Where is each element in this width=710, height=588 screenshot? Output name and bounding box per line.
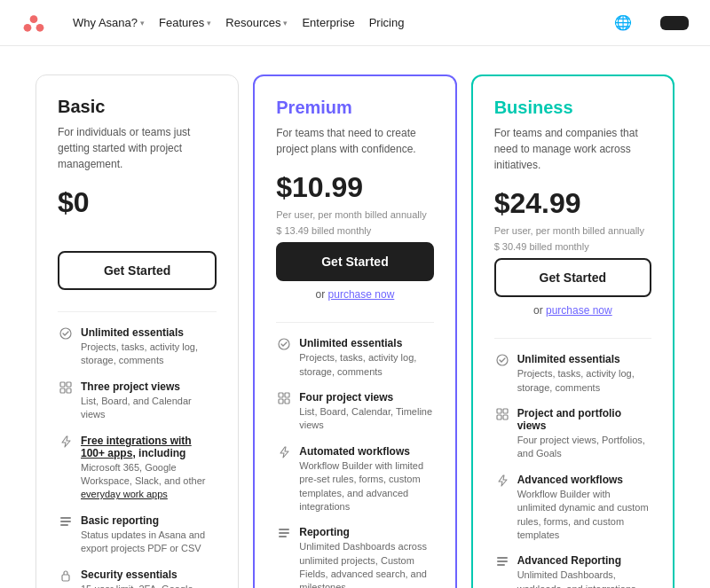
premium-feature-icon-3 [276, 527, 292, 542]
basic-feature-2: Free integrations with 100+ apps, includ… [58, 435, 217, 502]
premium-feature-icon-0 [276, 338, 292, 353]
svg-rect-17 [279, 399, 283, 404]
svg-rect-32 [497, 564, 505, 566]
basic-get-started-button[interactable]: Get Started [58, 251, 217, 290]
business-feature-desc-1: Four project views, Portfolios, and Goal… [517, 434, 651, 461]
svg-rect-19 [279, 529, 289, 530]
business-plan-name: Business [494, 98, 651, 118]
basic-feature-content-2: Free integrations with 100+ apps, includ… [81, 435, 217, 502]
svg-point-0 [30, 15, 38, 23]
svg-rect-29 [503, 415, 508, 419]
premium-feature-desc-0: Projects, tasks, activity log, storage, … [299, 351, 433, 379]
premium-feature-content-3: ReportingUnlimited Dashboards across unl… [299, 526, 433, 588]
premium-get-started-button[interactable]: Get Started [276, 242, 433, 281]
business-feature-desc-0: Projects, tasks, activity log, storage, … [517, 367, 651, 395]
premium-plan-price: $10.99 [276, 171, 433, 204]
basic-feature-4: Security essentials15 user limit, 2FA, G… [58, 568, 217, 588]
basic-feature-content-1: Three project viewsList, Board, and Cale… [81, 380, 217, 422]
basic-feature-icon-3 [58, 515, 74, 530]
business-feature-desc-2: Workflow Builder with unlimited dynamic … [517, 488, 651, 543]
svg-rect-31 [497, 561, 508, 562]
business-feature-title-1: Project and portfolio views [517, 407, 651, 432]
plan-card-business: BusinessFor teams and companies that nee… [471, 74, 674, 588]
globe-icon[interactable]: 🌐 [614, 14, 632, 31]
basic-feature-desc-2: Microsoft 365, Google Workspace, Slack, … [81, 461, 217, 502]
nav-link-pricing[interactable]: Pricing [369, 16, 405, 29]
premium-feature-desc-3: Unlimited Dashboards across unlimited pr… [299, 540, 433, 588]
svg-point-25 [497, 355, 508, 365]
business-feature-content-3: Advanced ReportingUnlimited Dashboards, … [517, 554, 651, 588]
business-feature-icon-3 [494, 555, 510, 570]
business-purchase-now-link[interactable]: purchase now [546, 304, 612, 317]
basic-feature-title-4: Security essentials [81, 568, 217, 581]
svg-rect-30 [497, 557, 508, 559]
nav-link-features[interactable]: Features ▾ [159, 16, 211, 29]
premium-feature-2: Automated workflowsWorkflow Builder with… [276, 445, 433, 514]
basic-feature-title-0: Unlimited essentials [81, 326, 217, 339]
svg-rect-20 [279, 532, 289, 534]
basic-plan-desc: For individuals or teams just getting st… [58, 124, 217, 172]
basic-feature-desc-1: List, Board, and Calendar views [81, 395, 217, 422]
premium-plan-billing: Per user, per month billed annually$ 13.… [276, 208, 433, 239]
premium-feature-1: Four project viewsList, Board, Calendar,… [276, 391, 433, 433]
business-feature-desc-3: Unlimited Dashboards, workloads, and int… [517, 568, 651, 588]
nav-link-resources[interactable]: Resources ▾ [225, 16, 288, 29]
chevron-down-icon: ▾ [140, 19, 145, 27]
basic-feature-title-2: Free integrations with 100+ apps, includ… [81, 435, 217, 459]
basic-feature-content-3: Basic reportingStatus updates in Asana a… [81, 514, 217, 556]
svg-rect-10 [60, 524, 68, 526]
nav-left: Why Asana? ▾ Features ▾ Resources ▾ Ente… [21, 11, 404, 35]
go-to-asana-button[interactable] [660, 16, 689, 30]
premium-features-list: Unlimited essentialsProjects, tasks, act… [276, 322, 433, 588]
business-get-started-button[interactable]: Get Started [494, 258, 651, 297]
basic-feature-title-3: Basic reporting [81, 514, 217, 527]
premium-purchase-now: or purchase now [276, 288, 433, 301]
basic-feature-content-4: Security essentials15 user limit, 2FA, G… [81, 568, 217, 588]
basic-feature-1: Three project viewsList, Board, and Cale… [58, 380, 217, 422]
premium-plan-desc: For teams that need to create project pl… [276, 125, 433, 157]
premium-feature-title-1: Four project views [299, 391, 433, 404]
svg-point-14 [279, 339, 289, 349]
business-feature-1: Project and portfolio viewsFour project … [494, 407, 651, 461]
basic-features-list: Unlimited essentialsProjects, tasks, act… [58, 311, 217, 588]
svg-rect-16 [285, 393, 289, 397]
nav-right: 🌐 [614, 14, 689, 31]
premium-feature-content-0: Unlimited essentialsProjects, tasks, act… [299, 337, 433, 379]
basic-feature-desc-link-2[interactable]: everyday work apps [81, 489, 168, 499]
basic-feature-desc-4: 15 user limit, 2FA, Google SSO, and SOC … [81, 583, 217, 588]
premium-feature-title-0: Unlimited essentials [299, 337, 433, 349]
svg-rect-9 [60, 521, 71, 522]
pricing-section: BasicFor individuals or teams just getti… [0, 46, 710, 588]
premium-feature-content-2: Automated workflowsWorkflow Builder with… [299, 445, 433, 514]
basic-feature-0: Unlimited essentialsProjects, tasks, act… [58, 326, 217, 368]
basic-feature-icon-4 [58, 569, 74, 584]
business-feature-title-0: Unlimited essentials [517, 353, 651, 365]
basic-feature-content-0: Unlimited essentialsProjects, tasks, act… [81, 326, 217, 368]
nav-link-enterprise[interactable]: Enterprise [302, 16, 354, 29]
plan-card-basic: BasicFor individuals or teams just getti… [36, 74, 239, 588]
business-plan-price: $24.99 [494, 187, 651, 220]
business-feature-content-1: Project and portfolio viewsFour project … [517, 407, 651, 461]
business-plan-desc: For teams and companies that need to man… [494, 125, 651, 173]
premium-plan-name: Premium [276, 98, 433, 118]
chevron-down-icon: ▾ [207, 19, 211, 27]
svg-rect-11 [62, 575, 69, 581]
business-feature-3: Advanced ReportingUnlimited Dashboards, … [494, 554, 651, 588]
asana-logo-icon [21, 11, 46, 35]
logo[interactable] [21, 11, 51, 35]
basic-feature-icon-0 [58, 327, 74, 342]
svg-point-1 [24, 23, 32, 31]
business-feature-icon-0 [494, 354, 510, 369]
nav-link-why-asana[interactable]: Why Asana? ▾ [73, 16, 145, 29]
premium-feature-desc-2: Workflow Builder with limited pre-set ru… [299, 459, 433, 514]
basic-plan-name: Basic [58, 97, 217, 117]
basic-feature-icon-2 [58, 435, 74, 451]
basic-feature-title-1: Three project views [81, 380, 217, 393]
premium-feature-3: ReportingUnlimited Dashboards across unl… [276, 526, 433, 588]
premium-purchase-now-link[interactable]: purchase now [328, 288, 395, 301]
premium-feature-icon-2 [276, 446, 292, 461]
business-features-list: Unlimited essentialsProjects, tasks, act… [494, 338, 651, 588]
basic-feature-link-2[interactable]: Free integrations with 100+ apps [81, 435, 192, 459]
navbar: Why Asana? ▾ Features ▾ Resources ▾ Ente… [0, 0, 710, 46]
business-feature-0: Unlimited essentialsProjects, tasks, act… [494, 353, 651, 395]
